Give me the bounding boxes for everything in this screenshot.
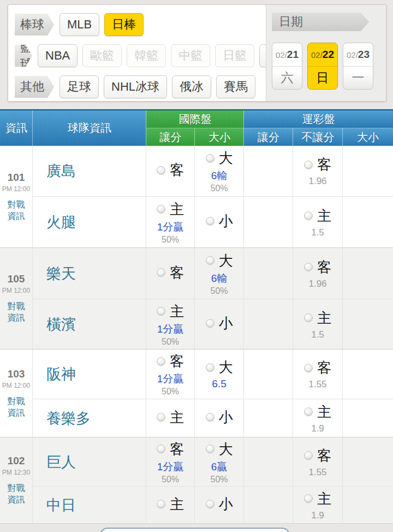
radio-icon[interactable]	[304, 161, 313, 169]
matchup-info-link[interactable]: 對戰資訊	[7, 301, 26, 324]
radio-icon[interactable]	[206, 256, 215, 265]
radio-icon[interactable]	[304, 263, 313, 271]
bet-option[interactable]: 客	[304, 155, 331, 174]
bet-line: 6贏	[211, 460, 228, 474]
team-name-home: 養樂多	[33, 399, 146, 437]
radio-icon[interactable]	[157, 307, 165, 316]
filter-button-soccer[interactable]: 足球	[59, 75, 99, 98]
radio-icon[interactable]	[157, 413, 165, 422]
radio-icon[interactable]	[304, 211, 313, 220]
bet-option[interactable]: 主	[157, 200, 184, 219]
bet-option[interactable]: 主	[304, 403, 331, 422]
game-id: 102	[8, 455, 25, 467]
bet-option[interactable]: 主	[304, 309, 331, 328]
filter-button-mlb[interactable]: MLB	[59, 13, 99, 36]
bet-option[interactable]: 大	[206, 149, 233, 168]
bet-label: 客	[317, 155, 331, 174]
bet-option[interactable]: 大	[206, 358, 233, 377]
radio-icon[interactable]	[206, 413, 215, 422]
radio-icon[interactable]	[157, 445, 165, 453]
bet-label: 主	[170, 408, 184, 427]
radio-icon[interactable]	[206, 363, 215, 372]
bet-cell-tc-spread-empty	[244, 438, 293, 486]
radio-icon[interactable]	[157, 205, 165, 214]
bet-line: 6輸	[211, 169, 228, 183]
filter-button-jp-basketball: 日籃	[215, 44, 254, 67]
bet-option[interactable]: 主	[157, 408, 184, 427]
radio-icon[interactable]	[206, 319, 215, 328]
bet-option[interactable]: 大	[206, 251, 233, 270]
bet-option[interactable]: 客	[304, 358, 331, 377]
bet-option[interactable]: 客	[157, 263, 184, 282]
bet-option[interactable]: 主	[304, 206, 331, 226]
team-label: 中日	[46, 495, 76, 515]
game-time: PM 12:00	[2, 185, 30, 193]
filter-button-jp-baseball[interactable]: 日棒	[104, 13, 144, 36]
filter-button-ru-hockey[interactable]: 俄冰	[172, 75, 211, 98]
team-name-away: 廣島	[33, 146, 146, 196]
bet-cell-intl-total: 小	[195, 196, 244, 247]
bet-option[interactable]: 客	[304, 258, 331, 277]
bet-option[interactable]: 小	[206, 314, 233, 333]
bet-cell-tc-spread-empty	[244, 399, 293, 437]
bet-option[interactable]: 大	[206, 440, 233, 459]
bet-option[interactable]: 主	[157, 302, 184, 321]
date-card-0221[interactable]: 02/21 六	[272, 43, 302, 90]
team-label: 廣島	[46, 161, 76, 181]
matchup-info-link[interactable]: 對戰資訊	[7, 396, 26, 419]
bet-cell-tc-moneyline: 主 1.9	[293, 399, 343, 437]
bet-option[interactable]: 小	[206, 212, 233, 231]
bet-option[interactable]: 小	[206, 495, 233, 514]
bet-odds: 1.5	[311, 329, 324, 340]
bet-option[interactable]: 小	[206, 408, 233, 427]
date-card-0223[interactable]: 02/23 一	[343, 43, 373, 90]
radio-icon[interactable]	[157, 500, 165, 509]
bet-option[interactable]: 主	[157, 495, 184, 514]
bet-cell-tc-spread-empty	[244, 146, 293, 196]
bet-cell-tc-spread-empty	[244, 248, 293, 299]
date-card-0222-selected[interactable]: 02/22 日	[307, 43, 338, 90]
team-name-away: 阪神	[33, 350, 146, 399]
sport-tag-other: 其他	[15, 76, 54, 98]
bet-label: 大	[219, 149, 233, 168]
matchup-info-link[interactable]: 對戰資訊	[7, 199, 26, 222]
bet-label: 主	[317, 489, 331, 509]
bet-percent: 50%	[162, 475, 179, 484]
header-intl-group: 國際盤	[146, 110, 244, 128]
radio-icon[interactable]	[206, 500, 215, 509]
bet-label: 主	[317, 206, 331, 226]
filter-button-horse-racing[interactable]: 賽馬	[216, 75, 255, 98]
bet-label: 客	[317, 358, 331, 377]
filter-button-nba[interactable]: NBA	[38, 44, 78, 67]
matchup-info-link[interactable]: 對戰資訊	[7, 483, 26, 506]
sport-tag-baseball: 棒球	[15, 14, 54, 36]
bet-option[interactable]: 客	[157, 352, 184, 371]
bet-percent: 50%	[210, 475, 228, 484]
bet-cell-tc-spread-empty	[244, 299, 293, 349]
bet-label: 小	[219, 212, 233, 231]
radio-icon[interactable]	[304, 451, 313, 460]
radio-icon[interactable]	[157, 166, 165, 175]
date-panel: 日期 02/21 六 02/22 日 02/23 一	[266, 5, 386, 101]
bet-option[interactable]: 客	[157, 161, 184, 180]
filter-button-nhl-hockey[interactable]: NHL冰球	[104, 75, 167, 98]
bet-cell-intl-total: 小	[195, 299, 244, 349]
team-label: 巨人	[46, 452, 76, 472]
date-prefix: 02/	[311, 50, 323, 60]
radio-icon[interactable]	[206, 217, 215, 226]
radio-icon[interactable]	[157, 268, 165, 277]
radio-icon[interactable]	[157, 357, 165, 366]
radio-icon[interactable]	[206, 154, 215, 163]
more-button[interactable]	[100, 528, 290, 532]
team-name-home: 火腿	[33, 196, 146, 247]
bet-option[interactable]: 主	[304, 489, 331, 509]
date-label: 02/23	[343, 43, 373, 67]
filter-row-basketball: 籃球 NBA 歐籃 韓籃 中籃 日籃 澳籃	[15, 44, 266, 67]
radio-icon[interactable]	[304, 364, 313, 373]
radio-icon[interactable]	[304, 314, 313, 322]
bet-option[interactable]: 客	[304, 446, 331, 465]
radio-icon[interactable]	[304, 407, 313, 416]
bet-option[interactable]: 客	[157, 440, 184, 459]
radio-icon[interactable]	[304, 494, 313, 503]
radio-icon[interactable]	[206, 445, 215, 453]
